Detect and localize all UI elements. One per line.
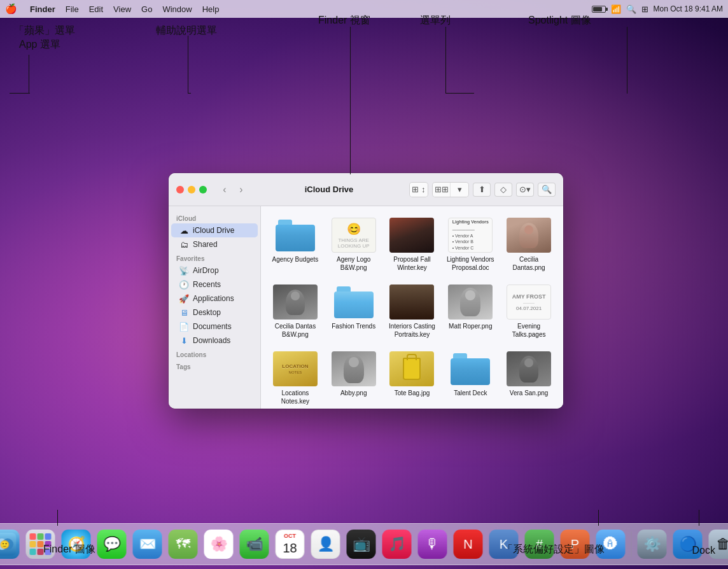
view-options: ⊞⊞ ▾ [432,182,469,197]
forward-button[interactable]: › [234,182,249,197]
file-item-agency-budgets[interactable]: Agency Budgets [269,214,322,276]
file-item-cecilia-bw[interactable]: Cecilia Dantas B&W.png [269,281,322,342]
file-item-vera[interactable]: Vera San.png [502,348,556,409]
spotlight-icon[interactable]: 🔍 [626,4,636,14]
sidebar-airdrop-label: AirDrop [193,266,219,275]
sidebar-item-desktop[interactable]: 🖥 Desktop [171,306,258,320]
icon-view-button[interactable]: ⊞ ↕ [410,183,428,197]
view-dropdown[interactable]: ▾ [451,183,468,197]
go-menu[interactable]: Go [141,4,152,14]
file-item-talent[interactable]: Talent Deck [444,348,497,409]
file-item-tote[interactable]: Tote Bag.jpg [386,348,439,409]
grid-view-button[interactable]: ⊞⊞ [433,183,451,197]
battery-indicator [592,6,606,13]
close-button[interactable] [176,186,184,193]
more-button[interactable]: ⊙▾ [516,183,534,197]
file-item-matt[interactable]: Matt Roper.png [444,281,497,342]
svg-text:🙂: 🙂 [0,540,10,550]
facetime-app-icon: 📹 [240,530,269,559]
cecilia-bw-thumb [273,284,318,320]
finder-menu[interactable]: Finder [30,4,55,14]
maximize-button[interactable] [199,186,207,193]
system-extension-icon: 🔵 [673,530,703,559]
file-item-agency-logo[interactable]: 😊 THINGS ARE LOOKING UP Ageny Logo B&W.p… [327,214,381,276]
file-menu[interactable]: File [66,4,79,14]
window-menu[interactable]: Window [162,4,192,14]
dock-sysext[interactable]: 🔵 [671,528,704,561]
dock-calendar[interactable]: OCT 18 [274,528,307,561]
evening-thumb: AMY FROST ——— 04.07.2021 [507,284,551,320]
trash-icon: 🗑 [709,530,729,559]
sidebar-tags-label: Tags [169,360,260,372]
dock-appstore[interactable]: 🅐 [594,528,627,561]
dock-finder[interactable]: 🙂 [0,528,22,561]
shared-icon: 🗂 [179,239,189,249]
desktop-icon: 🖥 [179,307,189,318]
file-item-fashion[interactable]: Fashion Trends [327,281,381,342]
file-item-abby[interactable]: Abby.png [327,348,381,409]
file-item-interiors[interactable]: Interiors Casting Portraits.key [386,281,439,342]
dock-mail[interactable]: ✉️ [131,528,164,561]
dock-sysprefs[interactable]: ⚙️ [636,528,669,561]
sidebar-documents-label: Documents [193,322,232,331]
system-preferences-icon: ⚙️ [638,530,667,559]
nav-arrows: ‹ › [217,182,249,197]
applications-icon: 🚀 [179,293,189,304]
dock-launchpad[interactable] [24,528,57,561]
interiors-thumb [389,284,434,320]
edit-menu[interactable]: Edit [89,4,103,14]
file-item-lighting[interactable]: Lighting Vendors ————— • Vendor A • Vend… [444,214,497,276]
photos-app-icon: 🌸 [204,530,234,559]
dock-maps[interactable]: 🗺 [167,528,200,561]
file-item-locations[interactable]: LOCATION NOTES Locations Notes.key [269,348,322,409]
file-item-cecilia[interactable]: Cecilia Dantas.png [502,214,556,276]
proposal-thumb [389,218,434,253]
share-button[interactable]: ⬆ [473,183,491,197]
dock-photos[interactable]: 🌸 [202,528,235,561]
back-button[interactable]: ‹ [217,182,232,197]
dock-pages[interactable]: P [559,528,592,561]
dock-news[interactable]: N [452,528,485,561]
control-center-icon[interactable]: ⊞ [641,4,648,14]
file-item-proposal[interactable]: Proposal Fall Winter.key [386,214,439,276]
menu-bar: 🍎 Finder File Edit View Go Window Help 📶… [0,0,728,18]
lighting-label: Lighting Vendors Proposal.doc [446,255,494,272]
view-menu[interactable]: View [113,4,131,14]
search-button[interactable]: 🔍 [538,183,556,197]
dock-trash[interactable]: 🗑 [707,528,729,561]
dock: 🙂 🧭 💬 ✉️ [0,523,728,565]
agency-logo-thumb: 😊 THINGS ARE LOOKING UP [332,218,376,253]
sidebar-item-applications[interactable]: 🚀 Applications [171,292,258,306]
window-controls [176,186,207,193]
finder-window: ‹ › iCloud Drive ⊞ ↕ ⊞⊞ ▾ ⬆ ◇ ⊙▾ 🔍 iClou… [169,173,563,409]
sidebar-item-icloud-drive[interactable]: ☁ iCloud Drive [171,223,258,237]
sidebar-item-recents[interactable]: 🕐 Recents [171,277,258,292]
fashion-thumb [332,284,376,320]
sidebar-item-shared[interactable]: 🗂 Shared [171,237,258,251]
sidebar-item-airdrop[interactable]: 📡 AirDrop [171,263,258,277]
help-menu[interactable]: Help [202,4,220,14]
mail-app-icon: ✉️ [133,530,162,559]
dock-facetime[interactable]: 📹 [238,528,271,561]
dock-contacts[interactable]: 👤 [309,528,342,561]
minimize-button[interactable] [188,186,195,193]
wifi-icon[interactable]: 📶 [611,4,621,14]
proposal-label: Proposal Fall Winter.key [388,255,437,272]
tag-button[interactable]: ◇ [494,183,512,197]
dock-safari[interactable]: 🧭 [60,528,93,561]
messages-app-icon: 💬 [97,530,127,559]
sidebar-item-downloads[interactable]: ⬇ Downloads [171,334,258,348]
dock-numbers[interactable]: # [523,528,556,561]
sidebar-item-documents[interactable]: 📄 Documents [171,320,258,334]
file-item-evening[interactable]: AMY FROST ——— 04.07.2021 Evening Talks.p… [502,281,556,342]
sidebar-applications-label: Applications [193,294,234,303]
dock-music[interactable]: 🎵 [381,528,414,561]
menubar-time: Mon Oct 18 9:41 AM [654,4,723,13]
dock-messages[interactable]: 💬 [95,528,129,561]
dock-podcasts[interactable]: 🎙 [416,528,449,561]
finder-sidebar: iCloud ☁ iCloud Drive 🗂 Shared Favorites… [169,206,261,409]
abby-thumb [332,351,376,386]
dock-keynote[interactable]: K [487,528,521,561]
dock-appletv[interactable]: 📺 [345,528,378,561]
apple-menu-icon[interactable]: 🍎 [5,3,17,15]
